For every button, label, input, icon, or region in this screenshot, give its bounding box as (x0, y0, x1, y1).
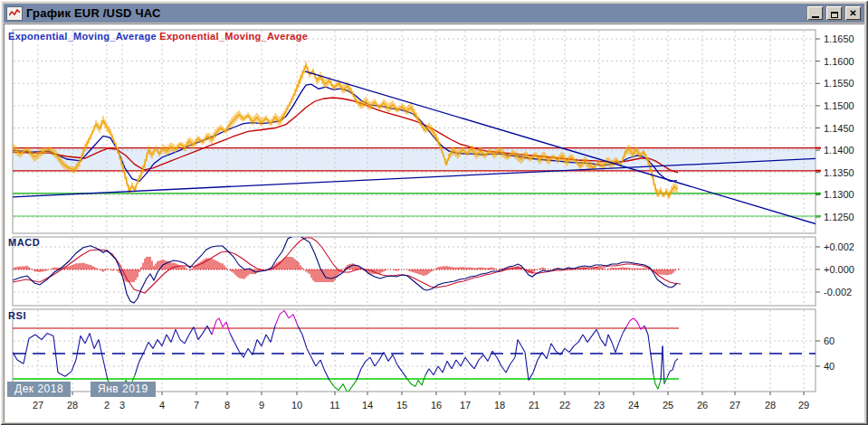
price-axis-label: 1.1400 (824, 145, 854, 156)
x-axis-label: 22 (559, 400, 570, 411)
x-axis-label: 7 (194, 400, 199, 411)
month-label-jan: Янв 2019 (91, 382, 156, 397)
maximize-button[interactable] (825, 5, 843, 21)
rsi-axis-label: 60 (824, 335, 835, 346)
chart-canvas[interactable]: 2728234789101114151617182122232425262728… (4, 24, 864, 421)
month-label-dec: Дек 2018 (7, 382, 71, 397)
x-axis-label: 3 (119, 400, 125, 411)
close-button[interactable]: ✕ (844, 5, 862, 21)
chart-icon (6, 6, 23, 21)
chart-area: 2728234789101114151617182122232425262728… (4, 24, 864, 422)
x-axis-label: 17 (460, 400, 471, 411)
x-axis-label: 26 (697, 400, 708, 411)
minimize-button[interactable] (806, 5, 824, 21)
x-axis-label: 23 (594, 400, 605, 411)
x-axis-label: 14 (362, 400, 373, 411)
price-axis-label: 1.1250 (824, 212, 854, 222)
x-axis-label: 24 (628, 400, 639, 411)
x-axis-label: 27 (33, 400, 43, 411)
x-axis-label: 28 (67, 400, 78, 411)
x-axis-label: 11 (329, 400, 339, 411)
x-axis-label: 8 (224, 400, 230, 411)
macd-axis-label: -0.002 (824, 287, 852, 298)
x-axis-label: 15 (396, 400, 407, 411)
x-axis-label: 27 (730, 400, 740, 411)
price-band (14, 148, 815, 171)
x-axis-label: 18 (494, 400, 505, 411)
x-axis-label: 29 (798, 400, 809, 411)
price-axis-label: 1.1650 (824, 33, 854, 44)
window-title: График EUR /USD ЧАС (26, 6, 161, 20)
price-axis-label: 1.1500 (824, 100, 854, 111)
x-axis-label: 16 (431, 400, 442, 411)
x-axis-label: 2 (104, 400, 110, 411)
x-axis-label: 4 (159, 400, 165, 411)
macd-axis-label: +0.002 (824, 241, 854, 252)
price-panel (13, 30, 816, 233)
macd-axis-label: +0.000 (824, 264, 854, 275)
x-axis-label: 9 (259, 400, 264, 411)
chart-window: График EUR /USD ЧАС ✕ 272823478910111415… (0, 0, 868, 425)
x-axis-label: 25 (663, 400, 673, 411)
rsi-axis-label: 40 (824, 361, 835, 372)
price-axis-label: 1.1300 (824, 189, 854, 200)
price-axis-label: 1.1450 (824, 123, 854, 134)
price-axis-label: 1.1600 (824, 56, 854, 67)
x-axis-label: 28 (765, 400, 776, 411)
title-bar[interactable]: График EUR /USD ЧАС ✕ (4, 4, 864, 23)
x-axis-label: 10 (291, 400, 302, 411)
price-axis-label: 1.1350 (824, 167, 854, 178)
price-axis-label: 1.1550 (824, 78, 854, 89)
x-axis-label: 21 (529, 400, 539, 411)
